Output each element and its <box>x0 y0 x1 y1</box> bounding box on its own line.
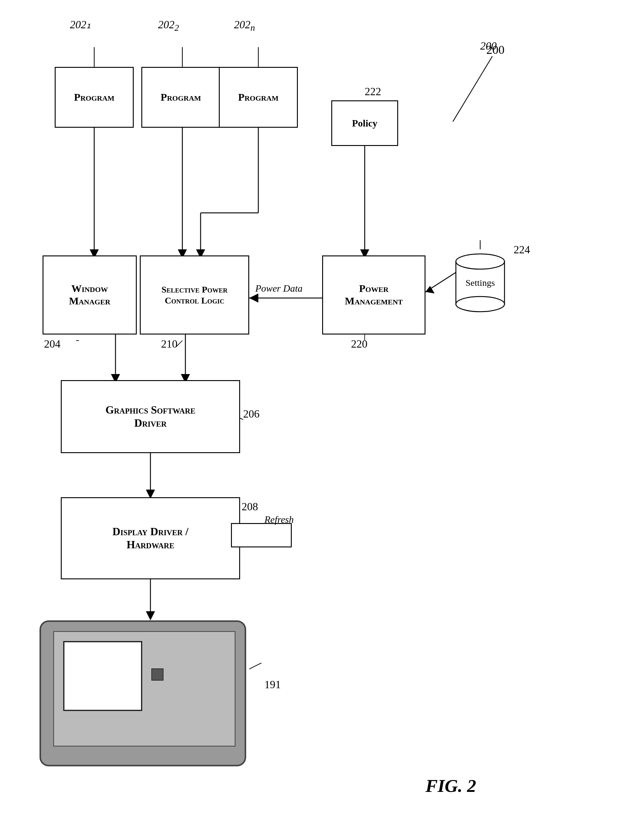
svg-marker-26 <box>249 294 258 303</box>
policy-label: Policy <box>350 116 379 131</box>
svg-marker-28 <box>425 286 435 294</box>
program3-box: Program <box>219 67 298 128</box>
refresh-label: Refresh <box>264 514 294 525</box>
ref-202-2: 2022 <box>158 18 179 33</box>
fig-label: FIG. 2 <box>425 775 476 797</box>
program1-box: Program <box>55 67 134 128</box>
settings-cylinder: Settings <box>453 249 508 316</box>
display-driver-box: Display Driver /Hardware <box>61 497 240 579</box>
screen-area <box>53 631 236 747</box>
program1-label: Program <box>73 90 116 105</box>
window-manager-box: WindowManager <box>43 255 137 335</box>
power-data-label: Power Data <box>255 283 303 294</box>
svg-point-37 <box>456 254 504 269</box>
ref-220: 220 <box>351 338 368 350</box>
svg-line-0 <box>453 56 492 121</box>
program3-label: Program <box>237 90 280 105</box>
graphics-driver-label: Graphics SoftwareDriver <box>104 402 197 431</box>
selective-power-box: Selective PowerControl Logic <box>140 255 249 335</box>
ref-208: 208 <box>242 500 258 513</box>
ref-202-n: 202n <box>234 18 255 33</box>
ref-202-1: 202₁ <box>70 18 90 31</box>
ref-210: 210 <box>161 338 178 350</box>
graphics-driver-box: Graphics SoftwareDriver <box>61 380 240 453</box>
program2-label: Program <box>159 90 203 105</box>
refresh-box <box>231 523 292 547</box>
diagram-container: 202₁ 2022 202n 200 Program Program Progr… <box>0 0 644 815</box>
svg-line-35 <box>249 663 261 669</box>
svg-marker-22 <box>146 611 155 620</box>
ref-224: 224 <box>514 243 530 256</box>
power-management-box: PowerManagement <box>322 255 425 335</box>
svg-point-38 <box>456 297 504 312</box>
selective-power-label: Selective PowerControl Logic <box>160 283 229 308</box>
program2-box: Program <box>141 67 220 128</box>
inner-window <box>63 641 142 711</box>
policy-box: Policy <box>331 100 398 146</box>
ref-206: 206 <box>243 408 259 420</box>
desktop-icon <box>151 669 164 681</box>
ref-204: 204 <box>44 338 60 350</box>
svg-text:Settings: Settings <box>466 278 495 288</box>
display-driver-label: Display Driver /Hardware <box>111 524 190 553</box>
window-manager-label: WindowManager <box>67 281 112 309</box>
ref-191: 191 <box>264 678 281 691</box>
power-management-label: PowerManagement <box>343 281 405 309</box>
ref-200-label: 200 <box>486 43 504 57</box>
ref-222: 222 <box>365 85 381 98</box>
display-device <box>40 620 246 766</box>
